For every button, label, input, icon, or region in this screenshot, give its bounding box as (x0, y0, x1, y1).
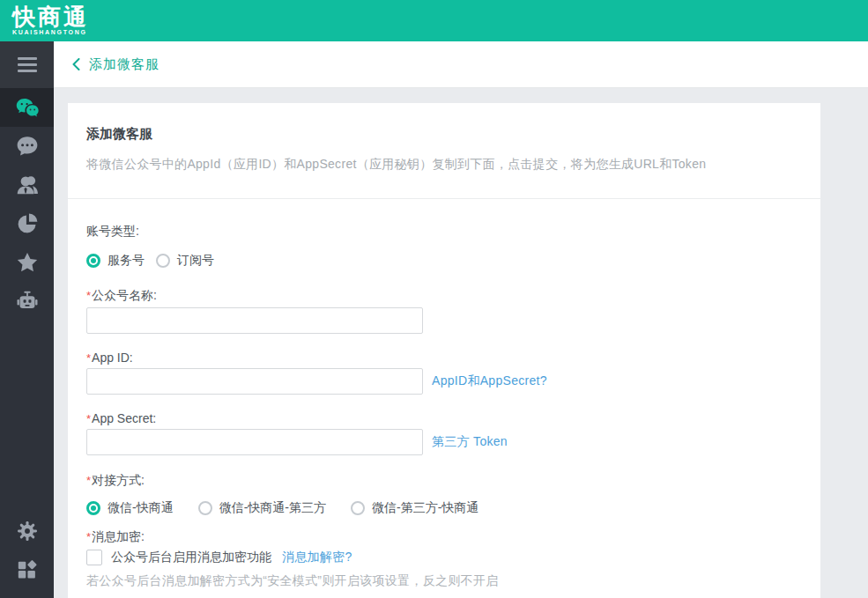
apps-grid-icon (16, 558, 39, 581)
hamburger-icon (18, 57, 37, 72)
brand-logo: 快商通 KUAISHANGTONG (0, 0, 868, 35)
radio-unchecked-icon (198, 501, 212, 515)
brand-logo-text: 快商通 (12, 4, 868, 29)
radio-option-wechat-kst[interactable]: 微信-快商通 (86, 500, 174, 516)
menu-toggle-button[interactable] (0, 41, 54, 88)
page-title: 添加微客服 (89, 56, 160, 73)
radio-checked-icon (86, 501, 100, 515)
sidebar-item-apps[interactable] (0, 550, 54, 589)
gear-icon (16, 520, 39, 543)
back-button[interactable]: 添加微客服 (72, 56, 160, 73)
encryption-checkbox[interactable] (86, 550, 102, 565)
sidebar (0, 41, 54, 598)
encryption-checkbox-row: 公众号后台启用消息加密功能 消息加解密? (86, 549, 799, 566)
radio-unchecked-icon (351, 501, 365, 515)
sidebar-item-settings[interactable] (0, 512, 54, 550)
radio-checked-icon (86, 254, 100, 268)
chat-bubble-icon (16, 135, 39, 158)
account-name-input[interactable] (86, 307, 423, 334)
panel-description: 将微信公众号中的AppId（应用ID）和AppSecret（应用秘钥）复制到下面… (86, 157, 799, 173)
connect-mode-label: *对接方式: (86, 471, 799, 489)
app-secret-label: *App Secret: (86, 410, 799, 427)
pie-chart-icon (16, 212, 39, 235)
account-name-row (86, 307, 799, 334)
breadcrumb: 添加微客服 (54, 41, 868, 88)
chevron-left-icon (72, 58, 80, 70)
account-type-label: 账号类型: (86, 222, 799, 240)
radio-option-wechat-thirdparty-kst[interactable]: 微信-第三方-快商通 (351, 500, 479, 516)
encryption-checkbox-label: 公众号后台启用消息加密功能 (111, 550, 271, 565)
radio-option-service-account[interactable]: 服务号 (86, 253, 145, 269)
app-id-input[interactable] (86, 368, 423, 395)
panel-form: 账号类型: 服务号 订阅号 *公众号名称: *Ap (68, 199, 820, 598)
app-id-row: AppID和AppSecret? (86, 368, 799, 395)
sidebar-item-robot[interactable] (0, 282, 54, 321)
top-header: 快商通 KUAISHANGTONG (0, 0, 868, 41)
star-icon (16, 251, 39, 274)
sidebar-item-messages[interactable] (0, 127, 54, 166)
add-wechat-service-panel: 添加微客服 将微信公众号中的AppId（应用ID）和AppSecret（应用秘钥… (68, 103, 820, 598)
app-secret-row: 第三方 Token (86, 429, 799, 455)
account-type-radio-group: 服务号 订阅号 (86, 252, 799, 269)
sidebar-bottom (0, 512, 54, 589)
app-secret-input[interactable] (86, 429, 423, 455)
users-icon (16, 173, 39, 196)
encryption-label: *消息加密: (86, 528, 799, 545)
brand-logo-subtext: KUAISHANGTONG (12, 29, 868, 35)
radio-option-wechat-kst-thirdparty[interactable]: 微信-快商通-第三方 (198, 500, 326, 516)
robot-icon (16, 290, 39, 313)
connect-mode-radio-group: 微信-快商通 微信-快商通-第三方 微信-第三方-快商通 (86, 499, 799, 517)
third-party-token-link[interactable]: 第三方 Token (432, 434, 508, 450)
panel-header: 添加微客服 将微信公众号中的AppId（应用ID）和AppSecret（应用秘钥… (68, 103, 820, 199)
app-id-label: *App ID: (86, 349, 799, 366)
sidebar-item-statistics[interactable] (0, 204, 54, 243)
sidebar-item-favorites[interactable] (0, 243, 54, 282)
radio-unchecked-icon (156, 254, 170, 268)
radio-option-subscription-account[interactable]: 订阅号 (156, 253, 214, 269)
wechat-icon (16, 96, 39, 119)
sidebar-nav (0, 88, 54, 321)
sidebar-item-wechat[interactable] (0, 88, 54, 127)
encryption-help-link[interactable]: 消息加解密? (282, 550, 352, 565)
sidebar-item-contacts[interactable] (0, 166, 54, 204)
panel-title: 添加微客服 (86, 126, 799, 143)
appid-appsecret-help-link[interactable]: AppID和AppSecret? (432, 373, 547, 389)
account-name-label: *公众号名称: (86, 286, 799, 304)
content-area: 添加微客服 将微信公众号中的AppId（应用ID）和AppSecret（应用秘钥… (54, 88, 868, 598)
encryption-note: 若公众号后台消息加解密方式为“安全模式”则开启该项设置，反之则不开启 (86, 573, 799, 589)
